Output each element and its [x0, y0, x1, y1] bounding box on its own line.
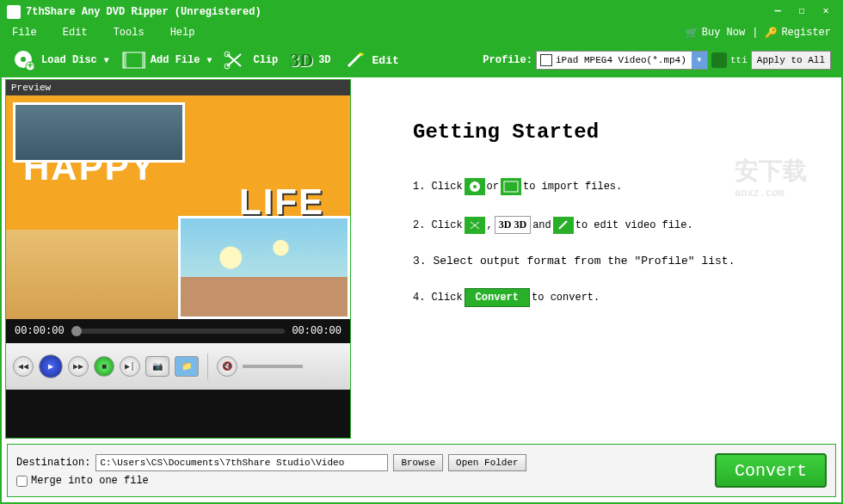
- film-icon: [121, 50, 145, 71]
- mute-button[interactable]: 🔇: [217, 356, 237, 377]
- format-icon: [540, 54, 552, 66]
- close-button[interactable]: ✕: [815, 5, 836, 19]
- next-button[interactable]: ▶▶: [68, 356, 89, 377]
- wand-icon: [343, 50, 367, 71]
- browse-button[interactable]: Browse: [393, 454, 443, 471]
- svg-text:+: +: [27, 60, 33, 71]
- stop-button[interactable]: ■: [94, 356, 114, 377]
- svg-rect-6: [142, 52, 145, 68]
- step-2: 2. Click , 3D 3D and to edit video file.: [413, 216, 815, 234]
- scissors-icon: [465, 217, 485, 234]
- disc-icon: [465, 178, 485, 195]
- dropdown-arrow-icon: ▼: [206, 56, 212, 65]
- step-3: 3. Select output format from the "Profil…: [413, 255, 815, 267]
- svg-point-1: [21, 57, 26, 62]
- menubar: File Edit Tools Help 🛒 Buy Now | 🔑 Regis…: [2, 22, 841, 43]
- load-disc-button[interactable]: + Load Disc ▼: [12, 50, 109, 71]
- open-folder-button[interactable]: Open Folder: [448, 454, 526, 471]
- menu-file[interactable]: File: [12, 27, 37, 39]
- prev-button[interactable]: ◀◀: [13, 356, 34, 377]
- wand-icon: [553, 217, 574, 234]
- getting-started-title: Getting Started: [413, 120, 815, 144]
- 3d-icon: 3D 3D: [495, 216, 531, 234]
- convert-button[interactable]: Convert: [715, 453, 827, 488]
- app-icon: [7, 5, 21, 19]
- scissors-icon: [224, 50, 248, 71]
- profile-select[interactable]: iPad MPEG4 Video(*.mp4) ▾: [536, 51, 708, 70]
- toolbar: + Load Disc ▼ Add File ▼ Clip 3D 3D Edit…: [2, 43, 841, 77]
- add-file-button[interactable]: Add File ▼: [121, 50, 212, 71]
- getting-started-panel: 安下载 anxz.com Getting Started 1. Click or…: [353, 77, 841, 440]
- folder-button[interactable]: 📁: [175, 356, 199, 377]
- time-current: 00:00:00: [15, 325, 65, 337]
- menu-help[interactable]: Help: [170, 27, 195, 39]
- minimize-button[interactable]: —: [767, 5, 788, 19]
- merge-checkbox[interactable]: [16, 476, 28, 487]
- play-button[interactable]: ▶: [39, 354, 63, 378]
- maximize-button[interactable]: ☐: [791, 5, 812, 19]
- 3d-icon: 3D: [290, 49, 313, 71]
- preview-header: Preview: [6, 80, 350, 95]
- disc-icon: +: [12, 50, 36, 71]
- edit-button[interactable]: Edit: [343, 50, 399, 71]
- convert-mini-button: Convert: [465, 288, 530, 307]
- dropdown-arrow-icon: ▾: [692, 52, 707, 69]
- step-button[interactable]: ▶|: [120, 356, 140, 377]
- menu-edit[interactable]: Edit: [63, 27, 88, 39]
- clip-button[interactable]: Clip: [224, 50, 278, 71]
- menu-tools[interactable]: Tools: [114, 27, 145, 39]
- time-bar: 00:00:00 00:00:00: [6, 319, 350, 343]
- preview-panel: Preview 00:00:00 00:00:00 ◀◀ ▶ ▶▶ ■ ▶| 📷…: [5, 79, 351, 439]
- svg-point-10: [473, 185, 477, 188]
- snapshot-button[interactable]: 📷: [145, 356, 169, 377]
- step-1: 1. Click or to import files.: [413, 178, 815, 195]
- profile-label: Profile:: [483, 54, 532, 66]
- merge-checkbox-row[interactable]: Merge into one file: [16, 475, 526, 487]
- step-4: 4. Click Convert to convert.: [413, 288, 815, 307]
- svg-rect-5: [123, 52, 126, 68]
- key-icon: 🔑: [765, 27, 778, 40]
- 3d-button[interactable]: 3D 3D: [290, 49, 330, 71]
- destination-label: Destination:: [16, 457, 90, 469]
- titlebar: 7thShare Any DVD Ripper (Unregistered) —…: [2, 2, 841, 22]
- register-button[interactable]: 🔑 Register: [765, 27, 831, 40]
- bottom-bar: Destination: Browse Open Folder Merge in…: [7, 444, 836, 497]
- apply-to-all-button[interactable]: Apply to All: [751, 51, 831, 70]
- dropdown-arrow-icon: ▼: [104, 56, 109, 65]
- film-icon: [501, 178, 521, 195]
- preview-image: [6, 95, 350, 319]
- volume-slider[interactable]: [243, 365, 303, 368]
- svg-rect-11: [504, 181, 518, 192]
- settings-icon[interactable]: [711, 52, 727, 68]
- tti-label: tti: [730, 55, 748, 65]
- seek-slider[interactable]: [71, 329, 286, 334]
- buy-now-button[interactable]: 🛒 Buy Now: [686, 27, 745, 40]
- cart-icon: 🛒: [686, 27, 698, 40]
- window-title: 7thShare Any DVD Ripper (Unregistered): [26, 6, 767, 18]
- destination-input[interactable]: [95, 454, 388, 471]
- player-controls: ◀◀ ▶ ▶▶ ■ ▶| 📷 📁 🔇: [6, 343, 350, 390]
- time-total: 00:00:00: [292, 325, 342, 337]
